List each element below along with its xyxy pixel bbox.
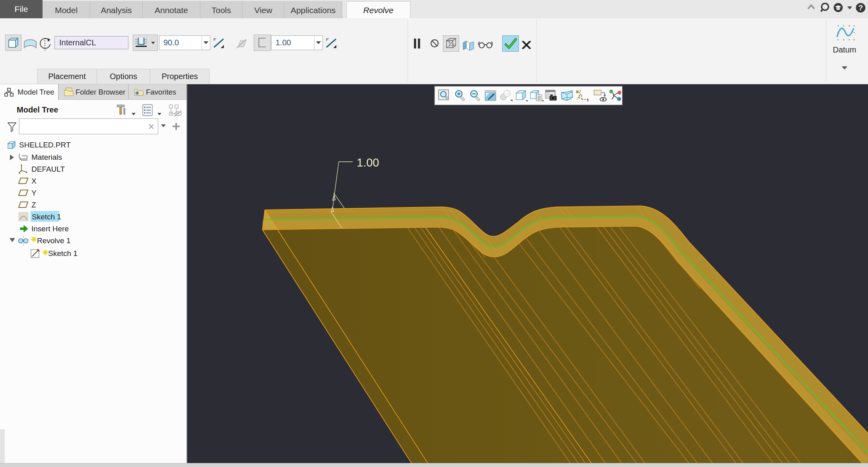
svg-text:1.00: 1.00	[357, 156, 379, 169]
svg-text:?: ?	[858, 4, 863, 12]
